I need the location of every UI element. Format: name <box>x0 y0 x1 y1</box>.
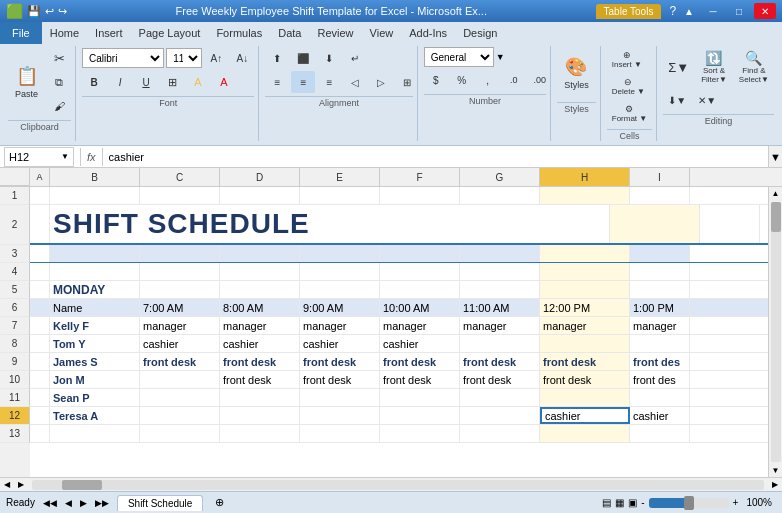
cell-B11[interactable]: Sean P <box>50 389 140 406</box>
cell-G1[interactable] <box>460 187 540 204</box>
close-button[interactable]: ✕ <box>754 3 776 19</box>
scroll-next-tab2[interactable]: ▶▶ <box>95 498 109 508</box>
col-A[interactable]: A <box>30 168 50 186</box>
scroll-prev-tab[interactable]: ◀◀ <box>43 498 57 508</box>
cell-A10[interactable] <box>30 371 50 388</box>
cell-I13[interactable] <box>630 425 690 442</box>
cell-A12[interactable] <box>30 407 50 424</box>
cell-B7[interactable]: Kelly F <box>50 317 140 334</box>
cell-I9[interactable]: front des <box>630 353 690 370</box>
align-middle-button[interactable]: ⬛ <box>291 47 315 69</box>
cell-I8[interactable] <box>630 335 690 352</box>
row-13[interactable]: 13 <box>0 425 30 443</box>
cell-G7[interactable]: manager <box>460 317 540 334</box>
cell-E1[interactable] <box>300 187 380 204</box>
increase-font-button[interactable]: A↑ <box>204 47 228 69</box>
cell-C6[interactable]: 7:00 AM <box>140 299 220 316</box>
addins-menu[interactable]: Add-Ins <box>401 22 455 44</box>
cell-G11[interactable] <box>460 389 540 406</box>
review-menu[interactable]: Review <box>309 22 361 44</box>
horizontal-scrollbar[interactable]: ◀ ▶ ▶ <box>0 477 782 491</box>
cell-C4[interactable] <box>140 263 220 280</box>
cell-G6[interactable]: 11:00 AM <box>460 299 540 316</box>
cell-G10[interactable]: front desk <box>460 371 540 388</box>
cell-I6[interactable]: 1:00 PM <box>630 299 690 316</box>
cell-I4[interactable] <box>630 263 690 280</box>
cell-A2[interactable] <box>30 205 50 243</box>
col-I[interactable]: I <box>630 168 690 186</box>
cell-B6[interactable]: Name <box>50 299 140 316</box>
help-button[interactable]: ? <box>669 4 676 18</box>
row-7[interactable]: 7 <box>0 317 30 335</box>
indent-dec-button[interactable]: ◁ <box>343 71 367 93</box>
page-layout-menu[interactable]: Page Layout <box>131 22 209 44</box>
decrease-decimal-button[interactable]: .00 <box>528 69 552 91</box>
zoom-slider-thumb[interactable] <box>684 496 694 510</box>
cell-F6[interactable]: 10:00 AM <box>380 299 460 316</box>
cell-B5[interactable]: MONDAY <box>50 281 140 298</box>
cell-I12[interactable]: cashier <box>630 407 690 424</box>
cell-D8[interactable]: cashier <box>220 335 300 352</box>
col-B[interactable]: B <box>50 168 140 186</box>
comma-button[interactable]: , <box>476 69 500 91</box>
cell-D5[interactable] <box>220 281 300 298</box>
cell-B3[interactable] <box>50 245 140 262</box>
sort-filter-button[interactable]: 🔃 Sort & Filter▼ <box>696 47 732 87</box>
wrap-text-button[interactable]: ↵ <box>343 47 367 69</box>
cell-C8[interactable]: cashier <box>140 335 220 352</box>
cell-I11[interactable] <box>630 389 690 406</box>
insert-menu[interactable]: Insert <box>87 22 131 44</box>
underline-button[interactable]: U <box>134 71 158 93</box>
cell-H3[interactable] <box>540 245 630 262</box>
cell-G8[interactable] <box>460 335 540 352</box>
indent-inc-button[interactable]: ▷ <box>369 71 393 93</box>
home-menu[interactable]: Home <box>42 22 87 44</box>
cell-D6[interactable]: 8:00 AM <box>220 299 300 316</box>
cell-C9[interactable]: front desk <box>140 353 220 370</box>
page-break-view-button[interactable]: ▣ <box>628 497 637 508</box>
cell-I3[interactable] <box>630 245 690 262</box>
cell-F1[interactable] <box>380 187 460 204</box>
border-button[interactable]: ⊞ <box>160 71 184 93</box>
cell-H1[interactable] <box>540 187 630 204</box>
cell-E11[interactable] <box>300 389 380 406</box>
cell-F5[interactable] <box>380 281 460 298</box>
cell-B9[interactable]: James S <box>50 353 140 370</box>
quick-access-redo[interactable]: ↪ <box>58 5 67 18</box>
scroll-track[interactable] <box>771 202 781 462</box>
col-D[interactable]: D <box>220 168 300 186</box>
cell-C12[interactable] <box>140 407 220 424</box>
cell-B2[interactable]: SHIFT SCHEDULE <box>50 205 610 243</box>
copy-button[interactable]: ⧉ <box>47 71 71 93</box>
cell-C7[interactable]: manager <box>140 317 220 334</box>
cell-D9[interactable]: front desk <box>220 353 300 370</box>
col-E[interactable]: E <box>300 168 380 186</box>
col-C[interactable]: C <box>140 168 220 186</box>
h-scroll-thumb[interactable] <box>62 480 102 490</box>
row-5[interactable]: 5 <box>0 281 30 299</box>
cell-I5[interactable] <box>630 281 690 298</box>
scroll-prev-tab2[interactable]: ◀ <box>65 498 72 508</box>
cell-B8[interactable]: Tom Y <box>50 335 140 352</box>
formulas-menu[interactable]: Formulas <box>208 22 270 44</box>
cell-D3[interactable] <box>220 245 300 262</box>
cell-C11[interactable] <box>140 389 220 406</box>
clear-button[interactable]: ✕▼ <box>693 89 721 111</box>
cell-E12[interactable] <box>300 407 380 424</box>
row-6[interactable]: 6 <box>0 299 30 317</box>
cell-H9[interactable]: front desk <box>540 353 630 370</box>
scroll-right-button[interactable]: ▶ <box>14 480 28 489</box>
number-format-select[interactable]: General <box>424 47 494 67</box>
cell-E5[interactable] <box>300 281 380 298</box>
cell-G5[interactable] <box>460 281 540 298</box>
col-H[interactable]: H <box>540 168 630 186</box>
cell-B13[interactable] <box>50 425 140 442</box>
format-painter-button[interactable]: 🖌 <box>47 95 71 117</box>
formula-input[interactable] <box>105 151 768 163</box>
cell-H10[interactable]: front desk <box>540 371 630 388</box>
fill-color-button[interactable]: A <box>186 71 210 93</box>
h-scroll-track[interactable] <box>32 480 764 490</box>
cell-C1[interactable] <box>140 187 220 204</box>
merge-button[interactable]: ⊞ <box>395 71 419 93</box>
cell-H11[interactable] <box>540 389 630 406</box>
